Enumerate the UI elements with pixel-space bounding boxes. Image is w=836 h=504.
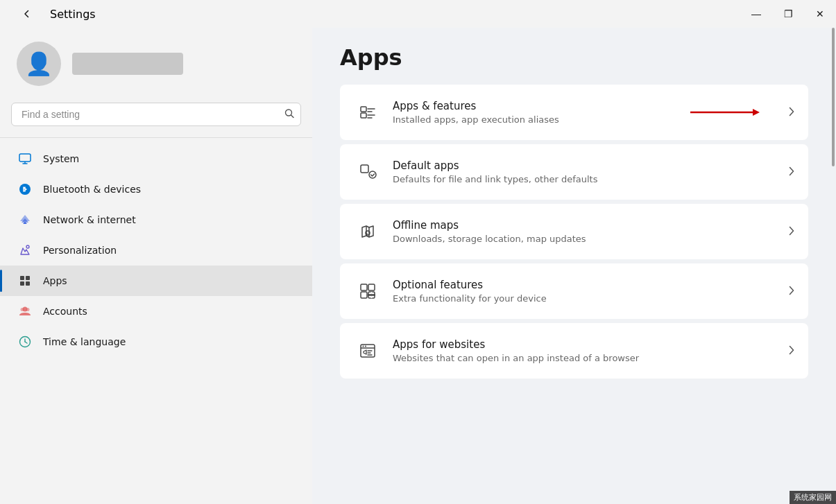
- sidebar: 👤: [0, 28, 312, 504]
- sidebar-item-accounts[interactable]: Accounts: [0, 296, 312, 327]
- svg-rect-18: [361, 113, 366, 118]
- sidebar-item-bluetooth[interactable]: Bluetooth & devices: [0, 174, 312, 205]
- settings-item-default-apps[interactable]: Default apps Defaults for file and link …: [340, 144, 808, 200]
- titlebar: Settings — ❐ ✕: [0, 0, 836, 28]
- default-apps-icon: [354, 158, 382, 186]
- settings-item-apps-features[interactable]: Apps & features Installed apps, app exec…: [340, 85, 808, 140]
- default-apps-chevron: [789, 166, 794, 178]
- content-area: Apps Apps & features Installed a: [312, 28, 836, 504]
- sidebar-nav: System Bluetooth & devices: [0, 144, 312, 504]
- svg-point-6: [26, 245, 29, 248]
- search-input[interactable]: [11, 103, 301, 126]
- scrollbar-track: [830, 28, 836, 504]
- apps-features-chevron: [789, 107, 794, 119]
- accounts-icon: [17, 303, 33, 320]
- system-icon: [17, 150, 33, 167]
- optional-features-icon: [354, 277, 382, 305]
- optional-features-desc: Extra functionality for your device: [393, 293, 789, 304]
- page-title: Apps: [340, 44, 808, 71]
- svg-rect-10: [26, 281, 30, 286]
- apps-websites-title: Apps for websites: [393, 338, 789, 351]
- svg-marker-24: [753, 109, 760, 116]
- offline-maps-desc: Downloads, storage location, map updates: [393, 234, 789, 244]
- settings-item-offline-maps[interactable]: Offline maps Downloads, storage location…: [340, 204, 808, 259]
- default-apps-desc: Defaults for file and link types, other …: [393, 174, 789, 184]
- sidebar-label-personalization: Personalization: [43, 245, 117, 256]
- sidebar-label-system: System: [43, 153, 79, 164]
- sidebar-item-network[interactable]: Network & internet: [0, 205, 312, 235]
- svg-point-13: [26, 308, 30, 311]
- optional-features-text: Optional features Extra functionality fo…: [393, 279, 789, 304]
- sidebar-label-apps: Apps: [43, 275, 67, 286]
- sidebar-item-system[interactable]: System: [0, 144, 312, 174]
- back-button[interactable]: [11, 0, 43, 28]
- close-button[interactable]: ✕: [804, 0, 836, 28]
- svg-rect-17: [361, 107, 366, 112]
- watermark: 系统家园网: [790, 491, 836, 504]
- apps-websites-chevron: [789, 345, 794, 357]
- sidebar-label-accounts: Accounts: [43, 306, 87, 317]
- apps-icon: [17, 272, 33, 289]
- offline-maps-icon: [354, 218, 382, 245]
- sidebar-label-bluetooth: Bluetooth & devices: [43, 184, 141, 195]
- offline-maps-chevron: [789, 226, 794, 238]
- personalization-icon: [17, 242, 33, 259]
- sidebar-item-time[interactable]: Time & language: [0, 327, 312, 357]
- maximize-button[interactable]: ❐: [772, 0, 804, 28]
- time-icon: [17, 333, 33, 350]
- scrollbar-thumb[interactable]: [832, 28, 835, 166]
- titlebar-title: Settings: [50, 8, 96, 21]
- svg-line-16: [25, 342, 27, 343]
- settings-item-apps-websites[interactable]: Apps for websites Websites that can open…: [340, 323, 808, 379]
- settings-item-optional-features[interactable]: Optional features Extra functionality fo…: [340, 263, 808, 319]
- svg-point-12: [21, 308, 24, 311]
- offline-maps-text: Offline maps Downloads, storage location…: [393, 219, 789, 244]
- svg-rect-9: [20, 281, 24, 286]
- network-icon: [17, 211, 33, 228]
- titlebar-controls: — ❐ ✕: [740, 0, 836, 28]
- apps-websites-text: Apps for websites Websites that can open…: [393, 338, 789, 363]
- sidebar-label-network: Network & internet: [43, 214, 136, 225]
- settings-list: Apps & features Installed apps, app exec…: [340, 85, 808, 379]
- offline-maps-title: Offline maps: [393, 219, 789, 232]
- svg-point-26: [369, 171, 376, 178]
- svg-rect-29: [368, 284, 375, 290]
- svg-line-1: [291, 115, 294, 118]
- svg-rect-28: [361, 284, 367, 290]
- default-apps-text: Default apps Defaults for file and link …: [393, 159, 789, 184]
- username-placeholder: [72, 53, 183, 75]
- profile-section[interactable]: 👤: [0, 28, 312, 103]
- sidebar-label-time: Time & language: [43, 336, 126, 347]
- avatar-icon: 👤: [25, 51, 53, 77]
- svg-rect-25: [361, 165, 368, 173]
- sidebar-divider: [0, 137, 312, 138]
- apps-features-icon: [354, 98, 382, 126]
- optional-features-title: Optional features: [393, 279, 789, 291]
- titlebar-left: Settings: [11, 0, 96, 28]
- sidebar-item-apps[interactable]: Apps: [0, 266, 312, 296]
- svg-point-37: [365, 346, 366, 347]
- minimize-button[interactable]: —: [740, 0, 772, 28]
- search-box: [11, 103, 301, 126]
- svg-rect-30: [361, 292, 367, 298]
- svg-rect-7: [20, 276, 24, 280]
- avatar: 👤: [17, 42, 61, 86]
- apps-websites-desc: Websites that can open in an app instead…: [393, 353, 789, 363]
- bluetooth-icon: [17, 181, 33, 198]
- svg-point-36: [363, 346, 364, 347]
- svg-rect-2: [19, 154, 31, 162]
- apps-websites-icon: [354, 337, 382, 365]
- app-layout: 👤: [0, 28, 836, 504]
- svg-rect-8: [26, 276, 30, 280]
- optional-features-chevron: [789, 286, 794, 297]
- search-button[interactable]: [284, 109, 294, 121]
- sidebar-item-personalization[interactable]: Personalization: [0, 235, 312, 266]
- default-apps-title: Default apps: [393, 159, 789, 172]
